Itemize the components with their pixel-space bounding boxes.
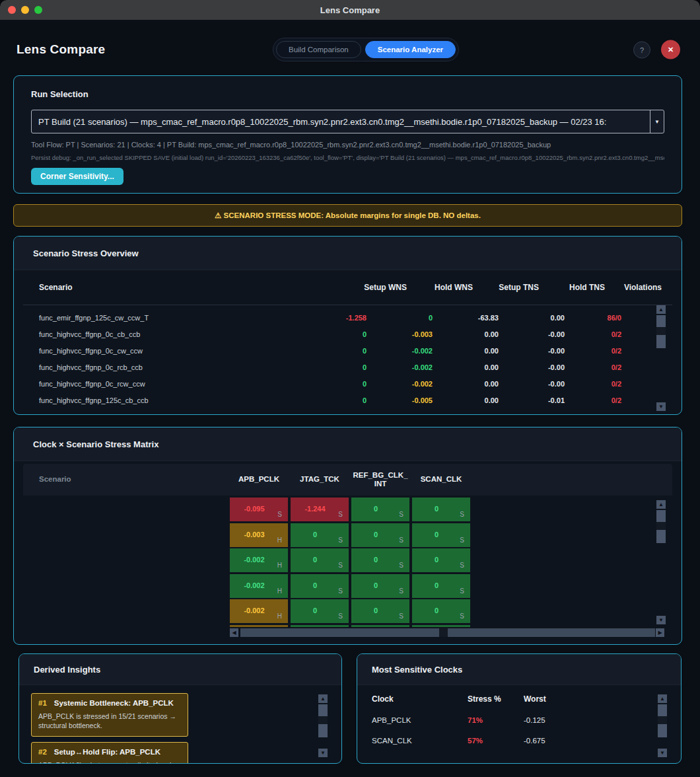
matrix-cell[interactable]: 0S — [351, 599, 409, 623]
cell-type-tag: S — [338, 612, 343, 620]
matrix-cell[interactable]: -0.095S — [230, 498, 288, 521]
cell-value: 0 — [412, 505, 461, 513]
clocks-scrollbar[interactable]: ▲ ▼ — [658, 694, 667, 757]
titlebar: Lens Compare — [0, 0, 700, 20]
matrix-scenario-name — [39, 544, 227, 556]
scrollbar-thumb[interactable] — [656, 510, 666, 522]
matrix-cell[interactable]: -0.002H — [230, 574, 288, 598]
matrix-cell[interactable]: -1.244S — [291, 498, 349, 521]
table-row[interactable]: func_highvcc_ffgnp_0c_cw_ccw 0 -0.002 0.… — [23, 342, 672, 359]
close-button[interactable]: ✕ — [661, 40, 680, 59]
matrix-cell[interactable]: 0S — [291, 548, 349, 572]
matrix-cell[interactable]: 0S — [351, 498, 409, 521]
scroll-down-icon[interactable]: ▼ — [658, 749, 667, 757]
matrix-cell[interactable]: 0S — [291, 599, 349, 623]
matrix-cell[interactable]: 0S — [412, 548, 470, 572]
stress-percent: 71% — [468, 716, 524, 724]
corner-sensitivity-button[interactable]: Corner Sensitivity... — [31, 168, 123, 185]
scroll-down-icon[interactable]: ▼ — [656, 402, 666, 411]
zoom-traffic-light[interactable] — [34, 6, 42, 14]
matrix-cell[interactable]: 0S — [412, 599, 470, 623]
stress-mode-banner: ⚠ SCENARIO STRESS MODE: Absolute margins… — [13, 204, 682, 227]
insights-scrollbar[interactable]: ▲ ▼ — [318, 694, 328, 757]
table-row[interactable]: func_highvcc_ffgnp_125c_cb_ccb 0 -0.005 … — [23, 392, 672, 408]
matrix-cell[interactable]: -0.002H — [230, 599, 288, 623]
scroll-left-icon[interactable]: ◀ — [230, 628, 238, 637]
matrix-scenario-name — [39, 511, 227, 522]
scroll-up-icon[interactable]: ▲ — [658, 694, 667, 703]
cell-value: 0 — [351, 531, 400, 538]
help-button[interactable]: ? — [633, 41, 650, 58]
matrix-cell[interactable] — [351, 625, 409, 628]
setup-wns-value: 0 — [297, 363, 367, 371]
matrix-vertical-scrollbar[interactable]: ▲ ▼ — [656, 500, 666, 624]
scroll-up-icon[interactable]: ▲ — [656, 305, 666, 314]
matrix-cell[interactable]: 0S — [291, 523, 349, 547]
scenario-name: func_highvcc_ffgnp_0c_cw_ccw — [23, 347, 337, 355]
column-header-scenario: Scenario — [23, 475, 230, 484]
cell-value: -0.002 — [230, 607, 279, 614]
worst-value: -0.675 — [524, 737, 666, 745]
scrollbar-thumb[interactable] — [656, 335, 666, 348]
run-dropdown[interactable]: PT Build (21 scenarios) — mps_cmac_ref_m… — [31, 110, 664, 133]
matrix-cell[interactable] — [230, 625, 288, 628]
column-header-stress: Stress % — [468, 694, 524, 704]
matrix-cell[interactable]: 0S — [351, 523, 409, 547]
setup-wns-value: 0 — [297, 396, 367, 404]
matrix-cell[interactable] — [291, 625, 349, 628]
insight-title: Systemic Bottleneck: APB_PCLK — [54, 699, 174, 707]
matrix-cell[interactable]: 0S — [291, 574, 349, 598]
table-row[interactable]: APB_PCLK 71% -0.125 — [372, 716, 666, 724]
matrix-cell[interactable]: -0.002H — [230, 548, 288, 572]
app-header: Lens Compare Build Comparison Scenario A… — [0, 36, 700, 63]
matrix-cell[interactable]: 0S — [351, 548, 409, 572]
violations-value: 0/2 — [565, 347, 621, 355]
run-debug-line: Persist debug: _on_run_selected SKIPPED … — [31, 154, 664, 161]
table-row[interactable]: func_highvcc_ffgnp_0c_cb_ccb 0 -0.003 0.… — [23, 326, 672, 342]
close-traffic-light[interactable] — [8, 6, 16, 14]
matrix-horizontal-scrollbar[interactable]: ◀ ▶ — [230, 628, 664, 637]
hold-tns-value: -0.00 — [499, 330, 565, 338]
matrix-cell[interactable]: 0S — [412, 523, 470, 547]
column-header-setup-tns: Setup TNS — [473, 283, 539, 292]
clock-name: SCAN_CLK — [372, 737, 468, 745]
hold-tns-value: -0.00 — [499, 380, 565, 388]
window-title: Lens Compare — [0, 5, 700, 15]
scroll-down-icon[interactable]: ▼ — [656, 616, 666, 624]
insight-card[interactable]: #2 Setup↔Hold Flip: APB_PCLK APB_PCLK fl… — [31, 742, 188, 764]
table-row[interactable]: func_highvcc_ffgnp_0c_rcw_ccw 0 -0.002 0… — [23, 375, 672, 392]
matrix-cell[interactable]: 0S — [412, 498, 470, 521]
scroll-down-icon[interactable]: ▼ — [318, 749, 328, 757]
cell-value: -0.095 — [230, 505, 279, 513]
tab-scenario-analyzer[interactable]: Scenario Analyzer — [365, 41, 456, 58]
table-row[interactable]: func_emir_ffgnp_125c_cw_ccw_T -1.258 0 -… — [23, 309, 672, 326]
hold-wns-value: 0 — [367, 314, 433, 322]
tab-build-comparison[interactable]: Build Comparison — [276, 41, 361, 58]
scrollbar-thumb[interactable] — [318, 704, 328, 716]
insight-card[interactable]: #1 Systemic Bottleneck: APB_PCLK APB_PCL… — [31, 693, 188, 737]
most-sensitive-clocks-panel: Most Sensitive Clocks Clock Stress % Wor… — [357, 653, 682, 764]
matrix-cell[interactable]: -0.003H — [230, 523, 288, 547]
scroll-up-icon[interactable]: ▲ — [656, 500, 666, 509]
cell-type-tag: S — [460, 562, 464, 569]
minimize-traffic-light[interactable] — [21, 6, 29, 14]
table-row[interactable]: SCAN_CLK 57% -0.675 — [372, 737, 666, 745]
matrix-cell[interactable]: 0S — [351, 574, 409, 598]
clock-scenario-matrix-panel: Clock × Scenario Stress Matrix Scenario … — [13, 427, 682, 645]
matrix-cell-grid: -0.095S-1.244S0S0S-0.003H0S0S0S-0.002H0S… — [230, 498, 473, 627]
scrollbar-thumb[interactable] — [318, 724, 328, 737]
matrix-cell[interactable] — [412, 625, 470, 628]
scrollbar-thumb[interactable] — [656, 315, 666, 327]
cell-value: -0.002 — [230, 556, 279, 564]
scroll-right-icon[interactable]: ▶ — [656, 628, 664, 637]
table-row[interactable]: func_highvcc_ffgnp_0c_rcb_ccb 0 -0.002 0… — [23, 359, 672, 375]
scrollbar-thumb[interactable] — [656, 530, 666, 543]
overview-scrollbar[interactable]: ▲ ▼ — [656, 305, 666, 411]
scroll-up-icon[interactable]: ▲ — [318, 694, 328, 703]
matrix-row — [230, 625, 473, 628]
cell-type-tag: S — [460, 511, 464, 518]
scrollbar-thumb[interactable] — [658, 704, 667, 716]
scrollbar-thumb[interactable] — [658, 724, 667, 737]
scrollbar-thumb[interactable] — [240, 628, 655, 637]
matrix-cell[interactable]: 0S — [412, 574, 470, 598]
